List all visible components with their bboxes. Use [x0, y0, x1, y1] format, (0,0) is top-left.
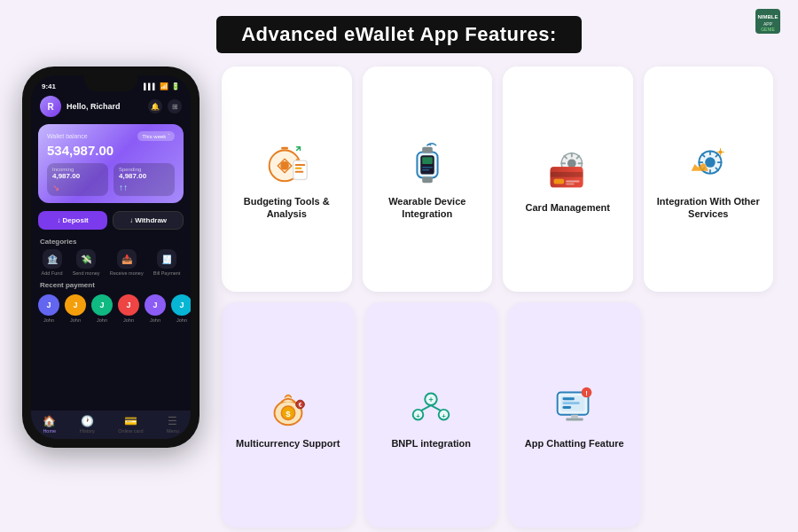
greeting-text: Hello, Richard: [66, 102, 121, 111]
card-management-icon: [542, 145, 593, 196]
spending-stat: Spending 4,987.00 ↑↑: [113, 163, 175, 196]
bill-payment-icon: 🧾: [157, 249, 176, 269]
feature-budgeting: Budgeting Tools & Analysis: [222, 66, 352, 292]
incoming-stat: Incoming 4,987.00 ↘: [47, 163, 108, 196]
bottom-nav: 🏠 Home 🕐 History 💳 Online card ☰ Menu: [31, 411, 191, 439]
action-buttons: ↓ Deposit ↓ Withdraw: [38, 211, 184, 230]
app-header-icons: 🔔 ⊞: [148, 99, 182, 113]
deposit-button[interactable]: ↓ Deposit: [38, 211, 107, 230]
wallet-stats: Incoming 4,987.00 ↘ Spending 4,987.00 ↑↑: [47, 163, 175, 196]
history-icon: 🕐: [81, 415, 94, 427]
svg-point-28: [705, 157, 716, 168]
status-time: 9:41: [42, 82, 56, 90]
grid-icon[interactable]: ⊞: [168, 99, 182, 113]
main-content: 9:41 ▌▌▌ 📶 🔋 R Hello, Richard 🔔: [0, 62, 798, 532]
features-bottom-row: $ € Multicurrency Support +: [222, 302, 773, 528]
categories-label: Categories: [31, 234, 191, 247]
categories-list: 🏦 Add Fund 💸 Send money 📥 Receive money …: [31, 247, 191, 279]
nav-history[interactable]: 🕐 History: [80, 415, 95, 434]
recent-contact-4[interactable]: J John: [118, 294, 139, 323]
svg-text:NIMBLE: NIMBLE: [758, 14, 778, 20]
category-add-fund[interactable]: 🏦 Add Fund: [42, 249, 63, 276]
wallet-period[interactable]: This week ˅: [137, 131, 175, 141]
recent-contact-5[interactable]: J John: [145, 294, 166, 323]
phone-notch: [84, 75, 137, 91]
multicurrency-label: Multicurrency Support: [236, 437, 340, 450]
integration-label: Integration With Other Services: [649, 195, 769, 221]
signal-icon: ▌▌▌: [144, 83, 157, 90]
budgeting-icon: [261, 138, 312, 190]
phone-device: 9:41 ▌▌▌ 📶 🔋 R Hello, Richard 🔔: [22, 66, 200, 448]
trending-down-icon: ↘: [52, 183, 103, 192]
feature-multicurrency: $ € Multicurrency Support: [222, 302, 355, 528]
wearable-label: Wearable Device Integration: [368, 195, 488, 221]
contact-avatar-3: J: [91, 294, 113, 316]
wifi-icon: 📶: [160, 82, 168, 90]
bnpl-icon: + + +: [405, 380, 457, 432]
home-icon: 🏠: [43, 415, 56, 427]
card-nav-icon: 💳: [124, 415, 137, 427]
add-fund-icon: 🏦: [43, 249, 62, 269]
svg-rect-24: [554, 179, 565, 184]
wallet-balance: 534,987.00: [47, 143, 175, 158]
feature-chatting: ! App Chatting Feature: [508, 302, 641, 528]
phone-screen: 9:41 ▌▌▌ 📶 🔋 R Hello, Richard 🔔: [31, 75, 191, 439]
recent-avatars: J John J John J John J John: [31, 291, 191, 326]
svg-rect-6: [281, 146, 288, 149]
card-label: Card Management: [526, 201, 610, 214]
category-receive-money[interactable]: 📥 Receive money: [110, 249, 144, 276]
nav-online-card[interactable]: 💳 Online card: [118, 415, 143, 434]
cat-label-4: Bill Payment: [153, 270, 181, 276]
receive-money-icon: 📥: [117, 249, 137, 269]
integration-icon: [683, 138, 734, 190]
contact-avatar-1: J: [38, 294, 59, 316]
empty-slot: [652, 302, 774, 528]
svg-rect-49: [566, 418, 583, 420]
wallet-label: Wallet balance: [47, 133, 88, 139]
category-bill-payment[interactable]: 🧾 Bill Payment: [153, 249, 181, 276]
svg-rect-23: [551, 172, 583, 177]
svg-rect-48: [571, 415, 578, 419]
feature-bnpl: + + + BNPL integration: [365, 302, 498, 528]
svg-rect-14: [422, 157, 433, 164]
logo: NIMBLE APP GENIE: [755, 9, 780, 34]
feature-card: Card Management: [503, 66, 633, 292]
incoming-value: 4,987.00: [52, 172, 103, 180]
app-header: R Hello, Richard 🔔 ⊞: [31, 92, 191, 121]
svg-line-39: [431, 405, 441, 411]
phone-mockup: 9:41 ▌▌▌ 📶 🔋 R Hello, Richard 🔔: [18, 62, 204, 532]
feature-wearable: Wearable Device Integration: [363, 66, 493, 292]
svg-text:$: $: [286, 408, 291, 418]
recent-contact-1[interactable]: J John: [38, 294, 59, 323]
notification-icon[interactable]: 🔔: [148, 99, 162, 113]
svg-rect-45: [562, 397, 575, 400]
svg-rect-17: [422, 146, 433, 153]
contact-avatar-5: J: [145, 294, 166, 316]
svg-text:GENIE: GENIE: [761, 27, 775, 32]
contact-avatar-6: J: [171, 294, 191, 316]
wearable-icon: [402, 138, 453, 190]
svg-text:€: €: [298, 402, 301, 408]
multicurrency-icon: $ €: [262, 380, 314, 432]
page-title: Advanced eWallet App Features:: [216, 16, 582, 53]
nav-menu[interactable]: ☰ Menu: [167, 415, 179, 434]
recent-contact-2[interactable]: J John: [65, 294, 86, 323]
recent-contact-6[interactable]: J John: [171, 294, 191, 323]
category-send-money[interactable]: 💸 Send money: [73, 249, 100, 276]
contact-avatar-4: J: [118, 294, 139, 316]
nav-home[interactable]: 🏠 Home: [43, 415, 56, 434]
svg-rect-9: [295, 164, 306, 166]
feature-integration: Integration With Other Services: [644, 66, 774, 292]
contact-avatar-2: J: [65, 294, 86, 316]
send-money-icon: 💸: [76, 249, 96, 269]
wallet-card: Wallet balance This week ˅ 534,987.00 In…: [38, 124, 184, 203]
avatar: R: [40, 96, 61, 117]
cat-label-3: Receive money: [110, 270, 144, 276]
svg-rect-47: [562, 406, 571, 409]
chatting-icon: !: [549, 380, 600, 432]
svg-rect-46: [562, 402, 579, 404]
svg-text:!: !: [585, 389, 588, 397]
recent-contact-3[interactable]: J John: [91, 294, 113, 323]
svg-text:+: +: [429, 395, 434, 404]
withdraw-button[interactable]: ↓ Withdraw: [113, 211, 184, 230]
